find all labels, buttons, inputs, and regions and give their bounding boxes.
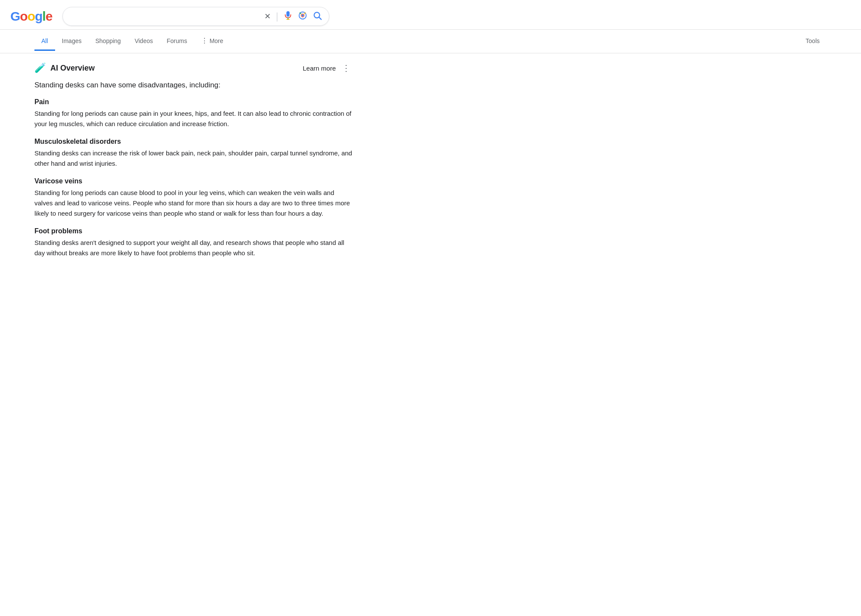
section-varicose: Varicose veins Standing for long periods… <box>34 177 353 219</box>
tab-forums[interactable]: Forums <box>160 32 194 51</box>
tab-images[interactable]: Images <box>55 32 89 51</box>
ai-options-icon[interactable]: ⋮ <box>339 62 353 74</box>
tab-all[interactable]: All <box>34 32 55 51</box>
section-varicose-body: Standing for long periods can cause bloo… <box>34 188 353 219</box>
tab-videos[interactable]: Videos <box>128 32 160 51</box>
nav-tabs: All Images Shopping Videos Forums ⋮ More… <box>0 30 861 53</box>
section-musculoskeletal: Musculoskeletal disorders Standing desks… <box>34 138 353 169</box>
lens-icon[interactable] <box>298 11 307 22</box>
section-varicose-title: Varicose veins <box>34 177 353 185</box>
voice-search-icon[interactable] <box>283 11 293 22</box>
ai-intro: Standing desks can have some disadvantag… <box>34 81 353 90</box>
section-foot-title: Foot problems <box>34 227 353 235</box>
ai-overview-right: Learn more ⋮ <box>303 62 353 74</box>
divider: | <box>276 11 279 22</box>
logo-letter-g: G <box>10 9 20 24</box>
section-musculoskeletal-body: Standing desks can increase the risk of … <box>34 148 353 169</box>
section-pain: Pain Standing for long periods can cause… <box>34 98 353 129</box>
ai-flask-icon: 🧪 <box>34 62 46 74</box>
section-foot: Foot problems Standing desks aren't desi… <box>34 227 353 258</box>
svg-line-3 <box>319 17 321 19</box>
ai-overview-title: AI Overview <box>50 64 95 73</box>
section-pain-title: Pain <box>34 98 353 106</box>
more-dots-icon: ⋮ <box>201 37 208 45</box>
search-icon-group: ✕ | <box>264 11 322 22</box>
section-musculoskeletal-title: Musculoskeletal disorders <box>34 138 353 145</box>
search-input[interactable]: proof that standing desks are bad <box>70 12 260 20</box>
tab-more[interactable]: ⋮ More <box>194 31 230 51</box>
learn-more-link[interactable]: Learn more <box>303 65 336 72</box>
section-pain-body: Standing for long periods can cause pain… <box>34 108 353 129</box>
section-foot-body: Standing desks aren't designed to suppor… <box>34 238 353 258</box>
google-logo[interactable]: Google <box>10 9 52 24</box>
logo-letter-o2: o <box>28 9 35 24</box>
ai-overview-left: 🧪 AI Overview <box>34 62 95 74</box>
search-bar: proof that standing desks are bad ✕ | <box>62 7 329 26</box>
header: Google proof that standing desks are bad… <box>0 0 861 30</box>
main-content: 🧪 AI Overview Learn more ⋮ Standing desk… <box>0 53 387 269</box>
ai-overview-header: 🧪 AI Overview Learn more ⋮ <box>34 62 353 74</box>
svg-point-1 <box>302 15 304 17</box>
logo-letter-g2: g <box>35 9 42 24</box>
clear-icon[interactable]: ✕ <box>264 12 271 21</box>
tab-tools[interactable]: Tools <box>799 32 827 51</box>
logo-letter-l: l <box>42 9 45 24</box>
tab-shopping[interactable]: Shopping <box>88 32 127 51</box>
logo-letter-o1: o <box>20 9 27 24</box>
search-submit-icon[interactable] <box>313 11 322 22</box>
logo-letter-e: e <box>46 9 53 24</box>
